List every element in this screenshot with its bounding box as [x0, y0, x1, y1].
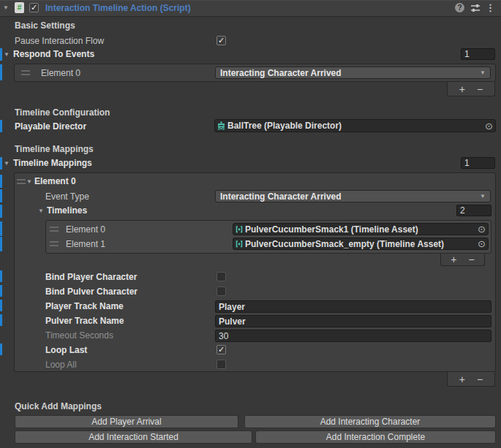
loop-all-label: Loop All: [45, 360, 77, 371]
checkmark-icon: ✓: [218, 37, 225, 45]
override-indicator: [0, 314, 2, 326]
override-indicator: [0, 205, 2, 218]
playable-director-field[interactable]: BallTree (Playable Director) ⊙: [214, 119, 496, 132]
timeline-element1-label: Element 1: [66, 239, 105, 250]
override-indicator: [0, 237, 2, 251]
chevron-down-icon: ▼: [480, 69, 486, 76]
playable-director-label: Playable Director: [15, 121, 86, 132]
object-field-value: PulverCucumberSmack1 (Timeline Asset): [245, 224, 475, 235]
override-indicator: [0, 175, 2, 188]
respond-foldout-icon[interactable]: ▼: [4, 51, 10, 58]
pause-interaction-flow-label: Pause Interaction Flow: [15, 36, 104, 47]
timelines-list-footer: + −: [440, 254, 485, 266]
object-picker-icon[interactable]: ⊙: [485, 121, 493, 131]
event-type-dropdown[interactable]: Interacting Character Arrived ▼: [215, 190, 491, 202]
object-picker-icon[interactable]: ⊙: [478, 239, 486, 248]
respond-to-events-label: Respond To Events: [13, 49, 94, 60]
add-player-arrival-button[interactable]: Add Player Arrival: [15, 415, 238, 428]
component-enabled-checkbox[interactable]: ✓: [29, 3, 39, 12]
timeline-asset-icon: [236, 226, 243, 233]
remove-element-button[interactable]: −: [469, 254, 475, 265]
unity-inspector-component: ▼ # ✓ Interaction Timeline Action (Scrip…: [0, 0, 501, 448]
object-field-value: BallTree (Playable Director): [227, 121, 483, 131]
override-indicator: [0, 300, 2, 311]
add-interaction-complete-button[interactable]: Add Interaction Complete: [255, 430, 496, 444]
override-indicator: [0, 120, 2, 132]
drag-handle-icon[interactable]: [50, 227, 59, 232]
checkmark-icon: ✓: [31, 4, 38, 12]
loop-last-label: Loop Last: [45, 345, 87, 356]
remove-element-button[interactable]: −: [477, 374, 483, 384]
override-indicator: [0, 64, 2, 80]
drag-handle-icon[interactable]: [50, 241, 59, 246]
mappings-foldout-icon[interactable]: ▼: [4, 160, 10, 167]
context-menu-icon[interactable]: ⋮: [486, 3, 495, 12]
checkmark-icon: ✓: [218, 346, 225, 354]
pulver-track-name-field[interactable]: [215, 315, 491, 327]
timeline-configuration-header: Timeline Configuration: [15, 107, 110, 118]
override-indicator: [0, 270, 2, 282]
timeline-mappings-header: Timeline Mappings: [15, 144, 94, 155]
timeline-element1-field[interactable]: PulverCucumberSmack_empty (Timeline Asse…: [233, 238, 489, 250]
respond-list-footer: + −: [447, 82, 495, 96]
respond-size-field[interactable]: [461, 48, 495, 60]
dropdown-value: Interacting Character Arrived: [220, 191, 480, 202]
override-indicator: [0, 343, 2, 355]
bind-player-character-label: Bind Player Character: [45, 272, 137, 283]
timelines-foldout-icon[interactable]: ▼: [38, 208, 44, 215]
script-icon: #: [15, 2, 24, 13]
bind-pulver-character-checkbox[interactable]: ✓: [216, 286, 226, 296]
bind-player-character-checkbox[interactable]: ✓: [216, 272, 226, 281]
dropdown-value: Interacting Character Arrived: [220, 68, 480, 78]
mappings-list-footer: + −: [447, 372, 495, 387]
loop-all-checkbox[interactable]: ✓: [216, 360, 226, 369]
remove-element-button[interactable]: −: [477, 84, 483, 94]
player-track-name-field[interactable]: [215, 300, 491, 313]
add-interacting-character-button[interactable]: Add Interacting Character: [244, 415, 496, 428]
event-type-label: Event Type: [45, 191, 89, 202]
timeline-mappings-foldout-label: Timeline Mappings: [13, 158, 92, 169]
add-element-button[interactable]: +: [451, 254, 456, 265]
timeout-seconds-field[interactable]: [215, 330, 491, 342]
override-indicator: [0, 157, 2, 170]
timeline-element0-field[interactable]: PulverCucumberSmack1 (Timeline Asset) ⊙: [233, 223, 489, 235]
mapping-element0-label: Element 0: [34, 176, 76, 187]
override-indicator: [0, 189, 2, 202]
playable-director-icon: [217, 121, 225, 130]
drag-handle-icon[interactable]: [17, 179, 26, 184]
player-track-name-label: Player Track Name: [45, 301, 124, 312]
bind-pulver-character-label: Bind Pulver Character: [45, 286, 138, 297]
add-element-button[interactable]: +: [459, 374, 465, 384]
mappings-size-field[interactable]: [461, 157, 495, 169]
basic-settings-header: Basic Settings: [15, 20, 75, 31]
help-icon[interactable]: ?: [455, 3, 464, 12]
component-title: Interaction Timeline Action (Script): [45, 3, 191, 14]
loop-last-checkbox[interactable]: ✓: [216, 345, 226, 354]
mapping-element0-foldout-icon[interactable]: ▼: [26, 178, 32, 186]
respond-element0-dropdown[interactable]: Interacting Character Arrived ▼: [215, 67, 491, 79]
override-indicator: [0, 285, 2, 297]
timeline-asset-icon: [236, 240, 243, 248]
presets-icon[interactable]: [470, 4, 481, 15]
object-field-value: PulverCucumberSmack_empty (Timeline Asse…: [245, 239, 475, 249]
respond-element0-label: Element 0: [41, 68, 80, 79]
add-element-button[interactable]: +: [459, 84, 465, 94]
timelines-size-field[interactable]: [456, 205, 491, 216]
timelines-label: Timelines: [47, 205, 87, 216]
override-indicator: [0, 221, 2, 236]
object-picker-icon[interactable]: ⊙: [478, 224, 486, 234]
drag-handle-icon[interactable]: [21, 70, 30, 75]
pulver-track-name-label: Pulver Track Name: [45, 316, 124, 327]
add-interaction-started-button[interactable]: Add Interaction Started: [15, 430, 252, 444]
timeout-seconds-label: Timeout Seconds: [45, 330, 113, 341]
component-foldout-icon[interactable]: ▼: [3, 4, 9, 12]
quick-add-mappings-header: Quick Add Mappings: [15, 401, 102, 412]
timeline-element0-label: Element 0: [66, 224, 105, 235]
chevron-down-icon: ▼: [480, 193, 486, 200]
pause-interaction-flow-checkbox[interactable]: ✓: [216, 36, 226, 45]
override-indicator: [0, 48, 2, 61]
